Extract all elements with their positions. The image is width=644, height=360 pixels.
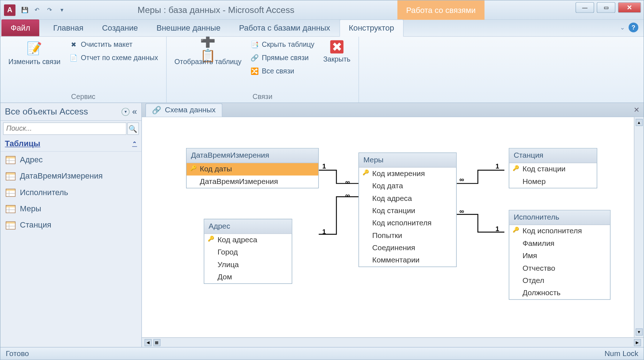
- help-icon[interactable]: ?: [629, 23, 638, 32]
- direct-relations-button[interactable]: 🔗 Прямые связи: [248, 53, 316, 63]
- nav-item-label: ДатаВремяИзмерения: [20, 171, 103, 181]
- tab-designer[interactable]: Конструктор: [339, 19, 404, 37]
- rel-table-header: ДатаВремяИзмерения: [186, 149, 318, 163]
- cardinality-many: ∞: [459, 207, 464, 215]
- rel-field[interactable]: Код даты: [186, 163, 318, 175]
- nav-group-tables-label: Таблицы: [5, 139, 40, 149]
- rel-field[interactable]: Комментарии: [359, 254, 456, 266]
- rel-field[interactable]: Код дата: [359, 180, 456, 192]
- show-table-button[interactable]: ➕📋 Отобразить таблицу: [173, 39, 243, 67]
- doc-close-button[interactable]: ✕: [634, 105, 639, 114]
- table-icon: [6, 156, 15, 164]
- show-table-label: Отобразить таблицу: [175, 58, 242, 66]
- ribbon-group-relations: ➕📋 Отобразить таблицу 📑 Скрыть таблицу 🔗…: [166, 37, 359, 103]
- rel-field[interactable]: ДатаВремяИзмерения: [186, 176, 318, 188]
- quick-access-toolbar: 💾 ↶ ↷ ▾: [19, 5, 68, 15]
- nav-item-datetime[interactable]: ДатаВремяИзмерения: [0, 168, 141, 184]
- rel-field[interactable]: Имя: [509, 250, 610, 262]
- rel-field[interactable]: Код станции: [359, 205, 456, 217]
- hide-table-button[interactable]: 📑 Скрыть таблицу: [248, 39, 316, 50]
- nav-search: 🔍: [0, 121, 141, 136]
- direct-relations-label: Прямые связи: [262, 54, 309, 62]
- rel-field[interactable]: Код адреса: [204, 234, 292, 246]
- rel-table-measures[interactable]: Меры Код измерения Код дата Код адреса К…: [359, 153, 457, 267]
- scroll-down-icon[interactable]: ▼: [635, 328, 643, 336]
- navigation-pane: Все объекты Access ▾ « 🔍 Таблицы ⌃ Адрес…: [0, 103, 142, 347]
- rel-table-executor[interactable]: Исполнитель Код исполнителя Фамилия Имя …: [509, 210, 610, 300]
- rel-field[interactable]: Код адреса: [359, 192, 456, 204]
- rel-table-datetime[interactable]: ДатаВремяИзмерения Код даты ДатаВремяИзм…: [186, 148, 319, 188]
- search-input[interactable]: [3, 122, 127, 135]
- qat-dropdown-icon[interactable]: ▾: [56, 5, 68, 15]
- rel-field[interactable]: Код исполнителя: [509, 225, 610, 237]
- rel-field[interactable]: Фамилия: [509, 237, 610, 249]
- nav-item-executor[interactable]: Исполнитель: [0, 184, 141, 201]
- nav-header[interactable]: Все объекты Access ▾ «: [0, 103, 141, 121]
- rel-table-address[interactable]: Адрес Код адреса Город Улица Дом: [204, 219, 292, 284]
- collapse-group-icon[interactable]: ⌃: [132, 141, 137, 147]
- tab-external-data[interactable]: Внешние данные: [147, 19, 230, 36]
- rel-field[interactable]: Попытки: [359, 229, 456, 242]
- collapse-ribbon-icon[interactable]: ⌄: [620, 24, 625, 31]
- report-icon: 📄: [69, 54, 78, 63]
- nav-collapse-icon[interactable]: «: [132, 107, 137, 117]
- scroll-right-icon[interactable]: ▶: [634, 339, 641, 346]
- close-relations-button[interactable]: ✖ Закрыть: [321, 39, 352, 64]
- search-button[interactable]: 🔍: [127, 122, 139, 135]
- rel-field[interactable]: Город: [204, 246, 292, 258]
- all-relations-icon: 🔀: [250, 67, 259, 76]
- rel-field[interactable]: Код измерения: [359, 167, 456, 180]
- rel-field[interactable]: Код исполнителя: [359, 217, 456, 229]
- relationships-canvas[interactable]: 1 ∞ 1 ∞ ∞ 1 ∞ 1 ДатаВремяИзмерения Код д…: [142, 117, 644, 337]
- nav-item-label: Меры: [20, 204, 41, 213]
- redo-icon[interactable]: ↷: [44, 5, 55, 15]
- titlebar: A 💾 ↶ ↷ ▾ Меры : база данных - Microsoft…: [0, 0, 644, 20]
- undo-icon[interactable]: ↶: [31, 5, 43, 15]
- relationship-report-button[interactable]: 📄 Отчет по схеме данных: [68, 53, 160, 63]
- scroll-track[interactable]: ▦: [153, 339, 161, 346]
- tab-home[interactable]: Главная: [44, 19, 93, 36]
- save-icon[interactable]: 💾: [19, 5, 31, 15]
- close-button[interactable]: ✕: [618, 2, 641, 13]
- table-icon: [6, 172, 15, 180]
- nav-item-label: Станция: [20, 221, 51, 230]
- rel-field[interactable]: Номер: [509, 176, 597, 188]
- nav-item-address[interactable]: Адрес: [0, 152, 141, 168]
- maximize-button[interactable]: ▭: [597, 2, 616, 13]
- rel-field[interactable]: Отчество: [509, 262, 610, 274]
- scroll-left-icon[interactable]: ◀: [145, 339, 152, 346]
- all-relations-button[interactable]: 🔀 Все связи: [248, 66, 316, 76]
- minimize-button[interactable]: —: [576, 2, 594, 13]
- tab-file[interactable]: Файл: [1, 19, 40, 36]
- rel-table-station[interactable]: Станция Код станции Номер: [509, 148, 597, 188]
- show-table-icon: ➕📋: [200, 40, 216, 56]
- rel-field[interactable]: Улица: [204, 258, 292, 271]
- nav-item-measures[interactable]: Меры: [0, 201, 141, 217]
- relationships-icon: 🔗: [152, 105, 161, 115]
- tab-create[interactable]: Создание: [93, 19, 147, 36]
- rel-field[interactable]: Должность: [509, 287, 610, 299]
- doc-tab-schema[interactable]: 🔗 Схема данных: [145, 103, 222, 117]
- nav-header-title: Все объекты Access: [5, 107, 88, 117]
- edit-relationships-button[interactable]: 📝 Изменить связи: [6, 39, 62, 67]
- rel-field[interactable]: Дом: [204, 271, 292, 283]
- tab-database-tools[interactable]: Работа с базами данных: [230, 19, 339, 36]
- vertical-scrollbar[interactable]: ▲ ▼: [634, 117, 644, 337]
- rel-field[interactable]: Код станции: [509, 163, 597, 175]
- scroll-up-icon[interactable]: ▲: [635, 119, 643, 126]
- rel-field[interactable]: Отдел: [509, 275, 610, 287]
- all-relations-label: Все связи: [262, 67, 294, 75]
- nav-item-label: Исполнитель: [20, 188, 68, 197]
- nav-group-tables[interactable]: Таблицы ⌃: [0, 136, 141, 152]
- hide-table-icon: 📑: [250, 40, 259, 49]
- nav-filter-icon[interactable]: ▾: [122, 108, 130, 116]
- direct-relations-icon: 🔗: [250, 54, 259, 63]
- horizontal-scrollbar[interactable]: ◀ ▦ ▶: [142, 337, 644, 347]
- ribbon-tabs: Файл Главная Создание Внешние данные Раб…: [0, 20, 644, 37]
- rel-field[interactable]: Соединения: [359, 242, 456, 254]
- nav-item-station[interactable]: Станция: [0, 217, 141, 233]
- clear-layout-button[interactable]: ✖ Очистить макет: [68, 39, 160, 50]
- contextual-tab-label: Работа со связями: [397, 0, 485, 20]
- cardinality-one: 1: [322, 162, 326, 170]
- nav-item-label: Адрес: [20, 155, 42, 165]
